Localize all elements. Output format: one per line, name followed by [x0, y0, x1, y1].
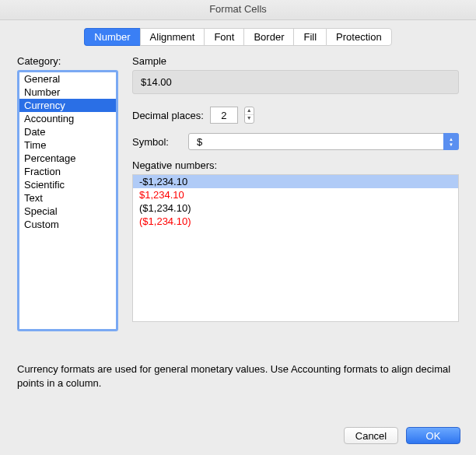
negative-format-option[interactable]: ($1,234.10) — [133, 215, 458, 228]
stepper-down-icon[interactable]: ▼ — [245, 115, 254, 123]
symbol-label: Symbol: — [132, 136, 182, 148]
select-arrows-icon[interactable]: ▲▼ — [443, 133, 459, 150]
category-item-date[interactable]: Date — [19, 125, 116, 138]
category-description: Currency formats are used for general mo… — [17, 362, 459, 390]
sample-label: Sample — [132, 55, 459, 67]
cancel-button[interactable]: Cancel — [344, 427, 398, 444]
category-item-fraction[interactable]: Fraction — [19, 165, 116, 178]
ok-button[interactable]: OK — [406, 427, 460, 444]
tab-alignment[interactable]: Alignment — [140, 28, 205, 46]
tab-fill[interactable]: Fill — [293, 28, 326, 46]
decimal-places-stepper[interactable]: ▲ ▼ — [244, 107, 254, 124]
category-item-accounting[interactable]: Accounting — [19, 112, 116, 125]
category-item-special[interactable]: Special — [19, 205, 116, 218]
negative-format-option[interactable]: $1,234.10 — [133, 188, 458, 201]
category-item-currency[interactable]: Currency — [19, 99, 116, 112]
decimal-places-label: Decimal places: — [132, 110, 204, 121]
category-item-text[interactable]: Text — [19, 191, 116, 205]
category-item-general[interactable]: General — [19, 72, 116, 86]
category-item-percentage[interactable]: Percentage — [19, 152, 116, 165]
tab-protection[interactable]: Protection — [326, 28, 392, 46]
negative-numbers-label: Negative numbers: — [132, 159, 459, 171]
category-item-custom[interactable]: Custom — [19, 218, 116, 231]
category-item-number[interactable]: Number — [19, 86, 116, 99]
category-list[interactable]: GeneralNumberCurrencyAccountingDateTimeP… — [17, 70, 118, 331]
symbol-value: $ — [197, 136, 202, 148]
negative-numbers-list[interactable]: -$1,234.10$1,234.10($1,234.10)($1,234.10… — [132, 174, 459, 322]
decimal-places-input[interactable] — [210, 107, 238, 124]
tab-font[interactable]: Font — [204, 28, 243, 46]
tab-bar: Number Alignment Font Border Fill Protec… — [17, 28, 459, 46]
stepper-up-icon[interactable]: ▲ — [245, 107, 254, 115]
category-label: Category: — [17, 55, 118, 67]
tab-border[interactable]: Border — [243, 28, 293, 46]
negative-format-option[interactable]: ($1,234.10) — [133, 201, 458, 215]
category-item-time[interactable]: Time — [19, 138, 116, 152]
category-item-scientific[interactable]: Scientific — [19, 178, 116, 191]
sample-value: $14.00 — [132, 70, 459, 94]
tab-number[interactable]: Number — [84, 28, 139, 46]
negative-format-option[interactable]: -$1,234.10 — [133, 175, 458, 188]
symbol-select[interactable]: $ — [188, 133, 459, 150]
window-title: Format Cells — [0, 0, 476, 20]
